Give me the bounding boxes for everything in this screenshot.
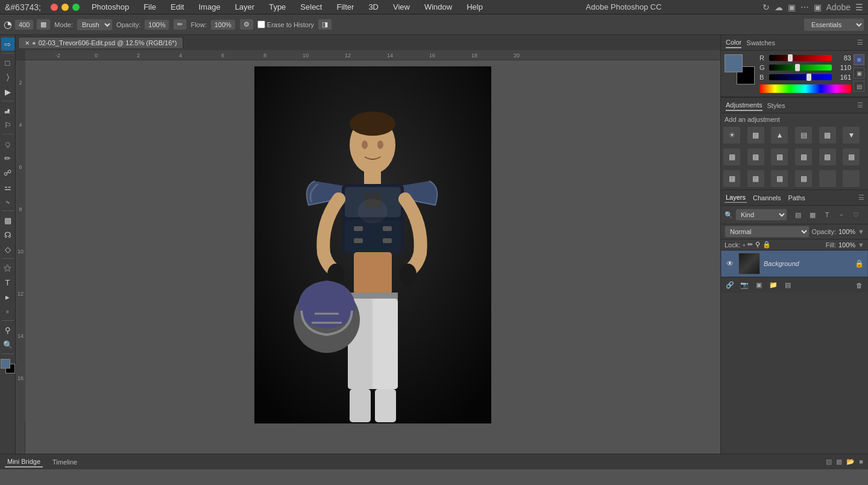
lock-position-icon[interactable]: ⚲ xyxy=(755,241,760,249)
flow-icon-btn[interactable]: ⚙ xyxy=(239,19,254,30)
styles-tab[interactable]: Styles xyxy=(767,101,785,110)
opacity-expand[interactable]: ▼ xyxy=(858,228,864,235)
tool-crop[interactable]: ⛸ xyxy=(1,104,14,117)
lock-transparent-icon[interactable]: ▫ xyxy=(743,241,745,249)
layer-visibility-icon[interactable]: 👁 xyxy=(725,259,735,268)
timeline-tab[interactable]: Timeline xyxy=(50,457,80,467)
adjustments-tab[interactable]: Adjustments xyxy=(726,100,763,111)
tool-brush[interactable]: ✏ xyxy=(1,151,14,165)
essentials-select[interactable]: Essentials Photography 3D xyxy=(804,18,864,31)
adj-selective-color[interactable]: ▩ xyxy=(795,170,812,187)
tool-lasso[interactable]: 〉 xyxy=(1,71,14,84)
camera-icon[interactable]: ▣ xyxy=(788,2,796,12)
bottom-icon-4[interactable]: ■ xyxy=(859,458,863,465)
foreground-color-swatch[interactable] xyxy=(1,359,10,369)
flow-btn[interactable]: 100% xyxy=(210,19,236,30)
adj-vibrance[interactable]: ▩ xyxy=(819,127,836,144)
paths-tab[interactable]: Paths xyxy=(787,193,807,203)
tool-blur[interactable]: ☊ xyxy=(1,228,14,241)
brush-settings-btn[interactable]: ▩ xyxy=(36,19,51,30)
tool-history-brush[interactable]: ⚍ xyxy=(1,180,14,194)
new-group-btn[interactable]: 📁 xyxy=(768,280,779,291)
adj-curves[interactable]: ▲ xyxy=(771,127,788,144)
opacity-airbrush-btn[interactable]: ✏ xyxy=(173,19,187,30)
adj-color-lookup[interactable]: ▩ xyxy=(819,148,836,165)
bottom-panel-icons[interactable]: ▧ ▩ 📂 ■ xyxy=(826,458,863,466)
tool-healing[interactable]: ⍜ xyxy=(1,137,14,150)
bottom-icon-1[interactable]: ▧ xyxy=(826,458,832,465)
bottom-icon-3[interactable]: 📂 xyxy=(846,458,855,465)
tool-zoom[interactable]: 🔍 xyxy=(1,338,14,351)
sync-icon[interactable]: ↻ xyxy=(763,2,770,12)
tool-marquee[interactable]: □ xyxy=(1,56,14,69)
tool-quick-select[interactable]: ▶ xyxy=(1,85,14,98)
adj-gradient-map[interactable]: ▩ xyxy=(771,170,788,187)
menu-type[interactable]: Type xyxy=(266,2,288,11)
adj-channel-mixer[interactable]: ▩ xyxy=(795,148,812,165)
menu-photoshop[interactable]: Photoshop xyxy=(89,2,131,11)
close-button[interactable] xyxy=(51,4,58,11)
minimize-button[interactable] xyxy=(61,4,69,11)
background-layer[interactable]: 👁 Background 🔒 xyxy=(721,250,868,277)
color-mode-icon-3[interactable]: ▤ xyxy=(854,81,864,92)
fill-value[interactable]: 100% xyxy=(838,241,855,249)
adj-hue-sat[interactable]: ▼ xyxy=(843,127,860,144)
adj-posterize[interactable]: ▩ xyxy=(723,170,740,187)
fill-expand[interactable]: ▼ xyxy=(858,241,864,249)
opacity-btn[interactable]: 100% xyxy=(144,19,169,30)
lock-all-icon[interactable]: 🔒 xyxy=(763,241,771,249)
filter-pixel-icon[interactable]: ▤ xyxy=(792,209,804,220)
kind-select[interactable]: Kind Name Effect Mode xyxy=(735,209,787,221)
r-thumb[interactable] xyxy=(788,54,793,62)
tool-clone[interactable]: ☍ xyxy=(1,166,14,179)
r-slider[interactable] xyxy=(769,55,832,61)
tool-eyedropper[interactable]: ⚐ xyxy=(1,118,14,132)
adj-exposure[interactable]: ▤ xyxy=(795,127,812,144)
tool-move[interactable]: ⇨ xyxy=(1,37,14,51)
b-slider[interactable] xyxy=(769,74,832,80)
b-thumb[interactable] xyxy=(807,74,811,81)
menu-image[interactable]: Image xyxy=(196,2,222,11)
menu-select[interactable]: Select xyxy=(298,2,324,11)
canvas-image[interactable] xyxy=(254,66,491,423)
adj-bw[interactable]: ▩ xyxy=(747,148,764,165)
fg-color-box[interactable] xyxy=(725,54,743,72)
brush-size-btn[interactable]: 400 xyxy=(14,19,34,30)
mode-select[interactable]: Brush Pencil Block xyxy=(77,19,113,31)
adj-color-balance[interactable]: ▩ xyxy=(723,148,740,165)
color-mode-icon-1[interactable]: ■ xyxy=(854,54,864,65)
filter-adjust-icon[interactable]: ▩ xyxy=(807,209,819,220)
filter-type-icon[interactable]: T xyxy=(821,209,833,220)
menu-edit[interactable]: Edit xyxy=(168,2,186,11)
erase-to-history-label[interactable]: Erase to History xyxy=(257,21,314,28)
color-panel-menu[interactable]: ☰ xyxy=(857,39,863,46)
filter-smart-icon[interactable]: ♡ xyxy=(850,209,862,220)
tool-shape[interactable]: ▫ xyxy=(1,305,14,318)
color-tab[interactable]: Color xyxy=(726,37,741,48)
menu-layer[interactable]: Layer xyxy=(233,2,257,11)
menu-help[interactable]: Help xyxy=(464,2,485,11)
cloud-icon[interactable]: ☁ xyxy=(775,2,783,12)
layers-panel-menu[interactable]: ☰ xyxy=(858,194,864,201)
erase-to-history-checkbox[interactable] xyxy=(257,21,265,28)
bottom-icon-2[interactable]: ▩ xyxy=(836,458,842,465)
adj-threshold[interactable]: ▩ xyxy=(747,170,764,187)
adj-brightness[interactable]: ☀ xyxy=(723,127,740,144)
adj-panel-menu[interactable]: ☰ xyxy=(857,101,863,109)
tool-eraser[interactable]: ⍀ xyxy=(1,195,14,208)
opacity-panel-value[interactable]: 100% xyxy=(838,228,855,235)
tab-close-icon[interactable]: ✕ xyxy=(25,40,30,46)
maximize-button[interactable] xyxy=(72,4,80,11)
filter-shape-icon[interactable]: ▫ xyxy=(835,209,848,220)
menu-filter[interactable]: Filter xyxy=(334,2,356,11)
adj-levels[interactable]: ▩ xyxy=(747,127,764,144)
color-mode-icon-2[interactable]: ▣ xyxy=(854,68,864,78)
menu-window[interactable]: Window xyxy=(422,2,454,11)
tool-pen[interactable]: ⚝ xyxy=(1,261,14,274)
add-style-btn[interactable]: 📷 xyxy=(739,280,750,291)
brush-icon[interactable]: ◔ xyxy=(4,19,12,30)
mini-bridge-tab[interactable]: Mini Bridge xyxy=(5,457,43,468)
layers-tab[interactable]: Layers xyxy=(725,192,747,203)
layer-name[interactable]: Background xyxy=(764,260,851,267)
link-layers-btn[interactable]: 🔗 xyxy=(725,280,735,291)
